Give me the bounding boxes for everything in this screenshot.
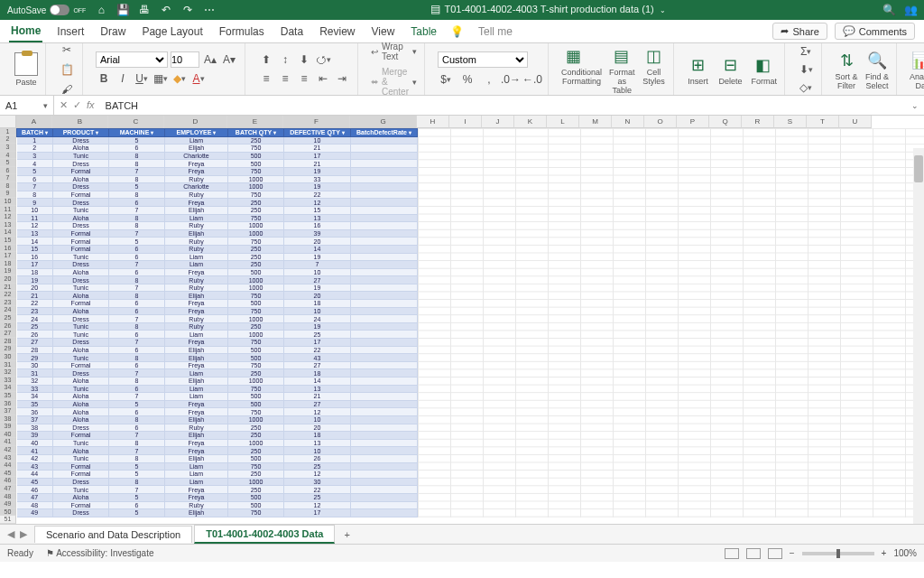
table-cell[interactable]: 1000 — [228, 439, 284, 447]
tab-formulas[interactable]: Formulas — [217, 22, 266, 42]
table-cell[interactable] — [351, 144, 418, 153]
column-header-E[interactable]: E — [227, 116, 283, 128]
table-cell[interactable]: 3 — [17, 152, 53, 160]
table-cell[interactable]: 8 — [109, 378, 165, 386]
table-cell[interactable]: 750 — [228, 292, 284, 300]
table-cell[interactable]: 43 — [17, 462, 53, 471]
table-cell[interactable]: Formal — [53, 229, 109, 238]
table-cell[interactable]: Charlotte — [165, 183, 228, 191]
find-select-button[interactable]: 🔍 Find & Select — [865, 49, 889, 90]
table-cell[interactable]: Elijah — [165, 378, 228, 386]
table-cell[interactable]: Elijah — [165, 354, 228, 362]
orientation-icon[interactable]: ⭯▾ — [315, 51, 331, 68]
table-cell[interactable]: 10 — [284, 447, 351, 455]
row-header[interactable]: 3 — [0, 144, 16, 152]
table-cell[interactable]: 750 — [228, 307, 284, 315]
table-cell[interactable]: 7 — [109, 369, 165, 378]
table-cell[interactable]: Liam — [165, 393, 228, 401]
table-cell[interactable] — [351, 214, 418, 222]
row-header[interactable]: 43 — [0, 454, 16, 462]
table-cell[interactable]: Aloha — [53, 292, 109, 300]
table-cell[interactable]: 5 — [109, 400, 165, 408]
table-row[interactable]: 35Aloha5Freya50027 — [17, 400, 418, 408]
table-cell[interactable]: 750 — [228, 462, 284, 471]
row-header[interactable]: 49 — [0, 500, 16, 508]
table-cell[interactable]: Aloha — [53, 447, 109, 455]
align-bottom-icon[interactable]: ⬇ — [296, 51, 312, 68]
table-row[interactable]: 43Formal5Liam75025 — [17, 462, 418, 471]
table-cell[interactable]: 20 — [17, 284, 53, 292]
table-cell[interactable]: 8 — [109, 152, 165, 160]
view-page-layout-icon[interactable] — [746, 548, 761, 559]
enter-formula-icon[interactable]: ✓ — [73, 99, 81, 111]
more-icon[interactable]: ⋯ — [203, 4, 216, 16]
row-header[interactable]: 2 — [0, 135, 16, 144]
table-cell[interactable]: Elijah — [165, 346, 228, 354]
tell-me[interactable]: Tell me — [476, 22, 514, 42]
search-icon[interactable]: 🔍 — [882, 4, 895, 16]
table-row[interactable]: 30Formal6Freya75027 — [17, 361, 418, 369]
table-row[interactable]: 27Dress7Freya75017 — [17, 339, 418, 347]
table-cell[interactable]: Dress — [53, 339, 109, 347]
table-cell[interactable]: 7 — [109, 315, 165, 323]
table-row[interactable]: 29Tunic8Elijah50043 — [17, 354, 418, 362]
table-cell[interactable] — [351, 354, 418, 362]
table-cell[interactable]: 12 — [284, 199, 351, 207]
table-cell[interactable]: 250 — [228, 206, 284, 214]
row-header[interactable]: 18 — [0, 260, 16, 268]
column-header-F[interactable]: F — [283, 116, 350, 128]
table-cell[interactable]: 19 — [284, 167, 351, 175]
table-cell[interactable]: 27 — [284, 361, 351, 369]
table-cell[interactable]: 750 — [228, 144, 284, 153]
wrap-text-button[interactable]: ↩Wrap Text▾ — [371, 42, 417, 61]
percent-icon[interactable]: % — [459, 71, 476, 88]
table-cell[interactable]: 6 — [109, 385, 165, 393]
table-cell[interactable]: 250 — [228, 424, 284, 432]
table-cell[interactable]: 4 — [17, 160, 53, 168]
table-row[interactable]: 12Dress8Ruby100016 — [17, 222, 418, 230]
table-cell[interactable]: Freya — [165, 486, 228, 494]
table-cell[interactable]: Aloha — [53, 378, 109, 386]
table-cell[interactable]: 46 — [17, 486, 53, 494]
table-cell[interactable]: 250 — [228, 432, 284, 440]
table-cell[interactable]: Ruby — [165, 315, 228, 323]
table-cell[interactable] — [351, 471, 418, 479]
table-cell[interactable]: Dress — [53, 183, 109, 191]
table-cell[interactable]: 750 — [228, 238, 284, 246]
table-cell[interactable]: Aloha — [53, 144, 109, 153]
align-right-icon[interactable]: ≡ — [296, 70, 312, 87]
table-cell[interactable] — [351, 152, 418, 160]
table-cell[interactable]: Tunic — [53, 385, 109, 393]
row-header[interactable]: 41 — [0, 438, 16, 446]
table-cell[interactable]: 5 — [109, 238, 165, 246]
column-header-G[interactable]: G — [350, 116, 417, 128]
table-cell[interactable]: 5 — [109, 471, 165, 479]
table-cell[interactable]: 1000 — [228, 415, 284, 424]
table-cell[interactable]: 25 — [17, 322, 53, 331]
table-cell[interactable]: 6 — [109, 268, 165, 276]
table-cell[interactable]: 1000 — [228, 276, 284, 284]
row-header[interactable]: 45 — [0, 470, 16, 478]
table-row[interactable]: 45Dress8Liam100030 — [17, 478, 418, 486]
table-cell[interactable]: 500 — [228, 454, 284, 462]
save-icon[interactable]: 💾 — [116, 4, 129, 16]
table-cell[interactable]: 8 — [109, 160, 165, 168]
table-cell[interactable]: 11 — [17, 214, 53, 222]
tab-draw[interactable]: Draw — [98, 22, 127, 42]
border-icon[interactable]: ▦▾ — [152, 70, 169, 87]
row-header[interactable]: 9 — [0, 190, 16, 198]
table-cell[interactable]: Formal — [53, 191, 109, 199]
column-header-A[interactable]: A — [16, 116, 52, 128]
table-cell[interactable]: 39 — [284, 229, 351, 238]
table-cell[interactable] — [351, 167, 418, 175]
column-header-N[interactable]: N — [612, 116, 644, 128]
name-box[interactable]: A1 ▾ — [0, 96, 54, 115]
table-cell[interactable]: Freya — [165, 493, 228, 501]
row-header[interactable]: 28 — [0, 338, 16, 346]
table-cell[interactable] — [351, 385, 418, 393]
table-cell[interactable] — [351, 361, 418, 369]
table-cell[interactable]: 6 — [109, 408, 165, 416]
table-cell[interactable]: Aloha — [53, 408, 109, 416]
table-cell[interactable]: 12 — [284, 501, 351, 509]
table-row[interactable]: 23Aloha6Freya75010 — [17, 307, 418, 315]
